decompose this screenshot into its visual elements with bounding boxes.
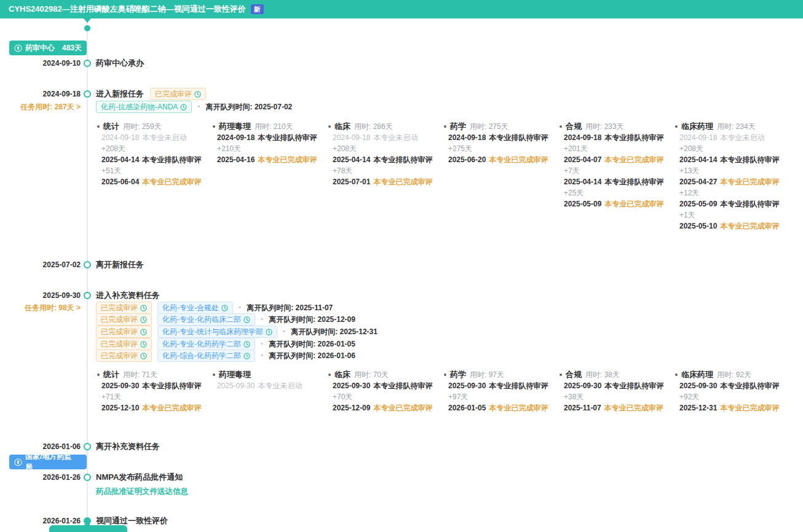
org-badge-nmpa: 国家/地方药监局 bbox=[9, 455, 87, 469]
queue-leave-time: 离开队列时间: 2025-12-31 bbox=[291, 327, 378, 337]
status-text: 本专业排队待审评 bbox=[720, 200, 779, 208]
specialty-column: 统计用时: 259天2024-09-18本专业未启动+208天2025-04-1… bbox=[96, 121, 210, 187]
final-event-badge bbox=[49, 525, 127, 532]
task-duration-label[interactable]: 任务用时: 98天 > bbox=[0, 303, 81, 312]
event-node-hollow bbox=[84, 292, 91, 299]
specialty-status-line: 2025-09-30本专业排队待审评 bbox=[96, 380, 210, 391]
timeline-arrow-down-icon bbox=[84, 18, 91, 23]
timeline-line bbox=[87, 22, 88, 532]
status-text: 本专业已完成审评 bbox=[604, 404, 663, 412]
status-date: 2025-04-16 bbox=[217, 155, 255, 164]
department-tag-label: 化药-专业-合规处 bbox=[162, 303, 219, 313]
specialty-status-line: 2025-05-09本专业排队待审评 bbox=[674, 198, 788, 209]
specialty-status-line: +208天 bbox=[674, 143, 788, 154]
specialty-column: 临床药理用时: 234天2024-09-18本专业未启动+208天2025-04… bbox=[674, 121, 788, 232]
bullet-dot-icon bbox=[213, 125, 215, 128]
event-date: 2026-01-26 bbox=[0, 471, 81, 483]
status-text: 本专业排队待审评 bbox=[373, 155, 432, 164]
status-date: 2025-04-27 bbox=[679, 178, 717, 186]
review-status-tag[interactable]: 已完成审评 bbox=[96, 350, 152, 362]
department-tag[interactable]: 化药-专业-统计与临床药理学部 bbox=[157, 326, 277, 338]
status-date: 2025-12-31 bbox=[679, 404, 717, 412]
specialty-status-line: 2024-09-18本专业排队待审评 bbox=[443, 132, 557, 143]
specialty-status-line: 2025-04-14本专业排队待审评 bbox=[558, 176, 673, 187]
specialty-header: 合规用时: 233天 bbox=[558, 121, 673, 132]
event-title-row: 药审中心承办 bbox=[96, 57, 144, 69]
event-date: 2025-07-02 bbox=[0, 259, 81, 271]
specialty-status-line: 2024-09-18本专业排队待审评 bbox=[212, 132, 326, 143]
department-tag[interactable]: 化药-综合-化药药学二部 bbox=[157, 350, 255, 362]
review-status-tag[interactable]: 已完成审评 bbox=[150, 88, 206, 100]
specialty-status-line: 2025-06-20本专业已完成审评 bbox=[443, 154, 557, 165]
department-tag[interactable]: 化药-专业-化药临床二部 bbox=[157, 313, 255, 326]
event-title-row: 进入新报任务已完成审评 bbox=[96, 88, 206, 100]
status-date: 2025-04-14 bbox=[564, 178, 601, 186]
specialty-status-line: +7天 bbox=[558, 165, 673, 176]
status-text: 本专业未启动 bbox=[720, 133, 764, 142]
department-tag[interactable]: 化药-专业-合规处 bbox=[157, 302, 233, 314]
status-date: 2024-09-18 bbox=[101, 133, 139, 142]
specialty-status-line: +92天 bbox=[674, 391, 788, 402]
status-date: 2025-09-30 bbox=[564, 381, 601, 390]
specialty-column: 临床用时: 70天2025-09-30本专业排队待审评+70天2025-12-0… bbox=[327, 369, 441, 413]
review-status-tag[interactable]: 已完成审评 bbox=[96, 326, 152, 338]
department-tag[interactable]: 化药-专业-化药药学二部 bbox=[157, 338, 255, 350]
specialty-status-line: 2025-09-30本专业排队待审评 bbox=[558, 380, 673, 391]
specialty-header: 药学用时: 275天 bbox=[443, 121, 557, 132]
specialty-name: 统计 bbox=[103, 121, 119, 132]
clock-icon bbox=[140, 316, 147, 323]
specialty-header: 临床药理用时: 92天 bbox=[674, 369, 788, 380]
status-text: 本专业排队待审评 bbox=[258, 133, 317, 142]
specialty-name: 合规 bbox=[566, 121, 582, 132]
specialty-status-line: 2025-09-30本专业排队待审评 bbox=[443, 380, 557, 391]
specialty-name: 临床药理 bbox=[681, 121, 713, 132]
specialty-status-line: 2025-12-31本专业已完成审评 bbox=[674, 402, 788, 413]
queue-leave-time: 离开队列时间: 2025-07-02 bbox=[206, 102, 293, 112]
clock-icon bbox=[266, 329, 272, 335]
review-status-tag[interactable]: 已完成审评 bbox=[96, 313, 152, 326]
task-duration-label[interactable]: 任务用时: 287天 > bbox=[0, 103, 81, 111]
status-text: 本专业已完成审评 bbox=[142, 178, 201, 186]
clock-icon bbox=[140, 341, 147, 348]
department-tag[interactable]: 化药-抗感染药物-ANDA bbox=[96, 101, 192, 113]
specialty-status-line: 2025-09-30本专业排队待审评 bbox=[327, 380, 441, 391]
department-tag-label: 化药-综合-化药药学二部 bbox=[162, 351, 241, 361]
specialty-duration: 用时: 233天 bbox=[585, 121, 624, 132]
approval-document-link[interactable]: 药品批准证明文件送达信息 bbox=[96, 487, 188, 497]
clock-icon bbox=[243, 316, 250, 323]
specialty-column: 药理毒理2025-09-30本专业未启动 bbox=[212, 369, 326, 391]
timeline-start-dot bbox=[84, 25, 90, 31]
status-date: 2024-09-18 bbox=[333, 133, 370, 142]
specialty-column: 合规用时: 233天2024-09-18本专业排队待审评+201天2025-04… bbox=[558, 121, 673, 209]
event-title: 离开新报任务 bbox=[96, 259, 144, 270]
specialty-status-line: +210天 bbox=[212, 143, 326, 154]
status-text: 本专业已完成审评 bbox=[142, 404, 201, 412]
specialty-status-line: +97天 bbox=[443, 391, 557, 402]
specialty-header: 药理毒理 bbox=[212, 369, 326, 380]
status-date: 2024-09-18 bbox=[448, 133, 486, 142]
specialty-duration: 用时: 71天 bbox=[123, 369, 157, 380]
specialty-name: 合规 bbox=[566, 369, 582, 380]
status-text: 本专业已完成审评 bbox=[604, 200, 663, 208]
status-text: 本专业未启动 bbox=[142, 133, 186, 142]
status-date: 2025-04-07 bbox=[564, 155, 601, 164]
review-status-tag[interactable]: 已完成审评 bbox=[96, 338, 152, 350]
queue-leave-time: 离开队列时间: 2025-12-09 bbox=[269, 315, 355, 325]
event-node-hollow bbox=[84, 261, 91, 268]
specialty-duration: 用时: 259天 bbox=[123, 121, 162, 132]
clock-icon bbox=[180, 104, 187, 111]
review-status-tag[interactable]: 已完成审评 bbox=[96, 302, 152, 314]
status-date: 2025-09-30 bbox=[448, 381, 486, 390]
status-text: 本专业已完成审评 bbox=[720, 404, 779, 412]
specialty-name: 药理毒理 bbox=[219, 369, 251, 380]
specialty-header: 药学用时: 97天 bbox=[443, 369, 557, 380]
clock-icon bbox=[221, 305, 228, 311]
specialty-status-line: 2025-09-30本专业排队待审评 bbox=[674, 380, 788, 391]
specialty-column: 合规用时: 38天2025-09-30本专业排队待审评+38天2025-11-0… bbox=[558, 369, 673, 413]
department-tag-label: 化药-抗感染药物-ANDA bbox=[101, 102, 178, 112]
page-title: CYHS2402982—注射用磷酸左奥硝唑酯二钠—视同通过一致性评价 bbox=[9, 4, 246, 15]
specialty-status-line: +25天 bbox=[558, 187, 673, 198]
specialty-status-line: 2024-09-18本专业未启动 bbox=[327, 132, 441, 143]
queue-leave-time: 离开队列时间: 2026-01-05 bbox=[269, 339, 355, 350]
status-date: 2026-01-05 bbox=[448, 404, 486, 412]
